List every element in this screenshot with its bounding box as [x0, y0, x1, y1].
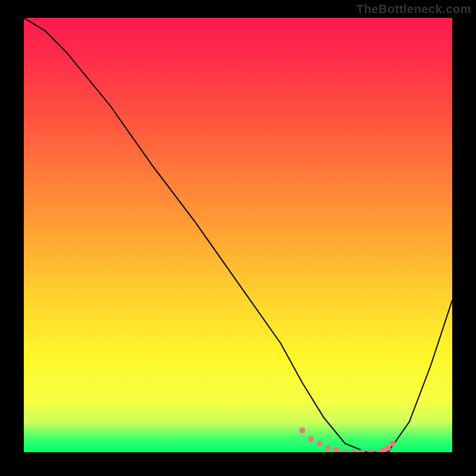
highlight-dot: [334, 447, 340, 452]
highlight-dot: [350, 449, 356, 452]
highlight-dot: [368, 449, 374, 452]
highlight-dot: [342, 449, 348, 452]
highlight-dot: [308, 436, 314, 442]
series-curve: [24, 18, 452, 452]
highlight-dot: [385, 445, 391, 451]
curve-layer: [24, 18, 452, 452]
highlight-dot: [317, 440, 322, 446]
highlight-dot: [389, 440, 395, 446]
watermark-text: TheBottleneck.com: [356, 2, 471, 16]
highlight-dot: [299, 428, 305, 434]
highlight-dot: [325, 445, 331, 451]
plot-area: [24, 18, 452, 452]
chart-frame: TheBottleneck.com: [0, 0, 476, 476]
